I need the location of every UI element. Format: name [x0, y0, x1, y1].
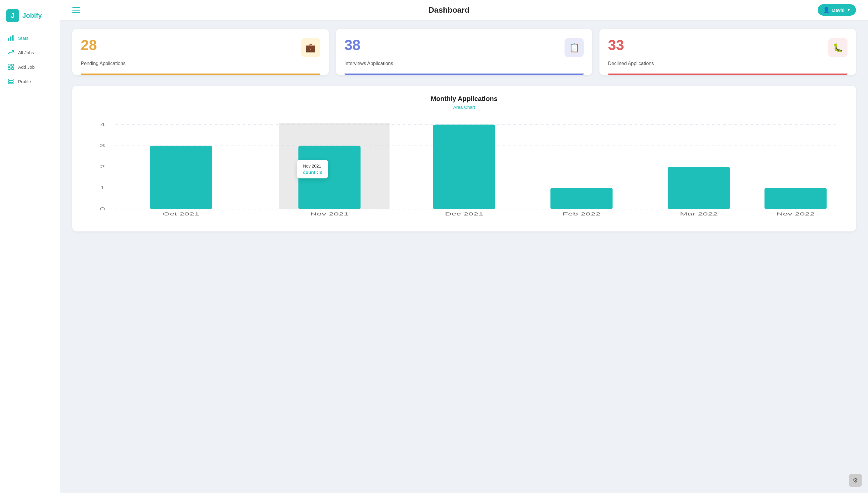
app-logo-icon: J [6, 9, 19, 22]
declined-label: Declined Applications [608, 61, 847, 66]
interviews-bar [345, 73, 584, 75]
interviews-label: Interviews Applications [345, 61, 584, 66]
grid-icon [8, 64, 14, 70]
stat-card-declined-inner: 33 🐛 [608, 38, 847, 57]
sidebar-item-stats-label: Stats [18, 36, 28, 41]
briefcase-icon: 💼 [305, 43, 316, 53]
interviews-icon-wrap: 📋 [564, 38, 584, 57]
sidebar-item-profile-label: Profile [18, 79, 31, 84]
svg-text:Mar 2022: Mar 2022 [680, 212, 718, 216]
svg-rect-8 [8, 81, 13, 82]
user-menu-button[interactable]: 👤 David ▼ [818, 4, 856, 16]
bar-feb-2022[interactable] [550, 188, 612, 209]
svg-rect-1 [10, 37, 12, 41]
svg-text:Nov 2021: Nov 2021 [310, 212, 349, 216]
bar-oct-2021[interactable] [150, 146, 212, 209]
interviews-number: 38 [345, 38, 361, 52]
main-container: Dashboard 👤 David ▼ 28 💼 Pending Applica… [60, 0, 868, 493]
content-area: 28 💼 Pending Applications 38 📋 [60, 20, 868, 493]
bar-dec-2021[interactable] [433, 125, 495, 210]
svg-rect-9 [8, 83, 13, 84]
sidebar: J Jobify Stats All Jobs [0, 0, 60, 493]
stat-cards-grid: 28 💼 Pending Applications 38 📋 [72, 29, 856, 75]
bar-nov-2022[interactable] [765, 188, 827, 209]
svg-text:Oct 2021: Oct 2021 [163, 212, 199, 216]
stat-card-interviews: 38 📋 Interviews Applications [336, 29, 592, 75]
svg-rect-2 [13, 35, 14, 41]
svg-text:Dec 2021: Dec 2021 [445, 212, 483, 216]
pending-icon-wrap: 💼 [301, 38, 320, 57]
header: Dashboard 👤 David ▼ [60, 0, 868, 20]
hamburger-line-2 [72, 9, 80, 10]
declined-icon-wrap: 🐛 [828, 38, 847, 57]
settings-button[interactable]: ⚙ [849, 474, 862, 487]
gear-icon: ⚙ [853, 477, 858, 484]
bar-mar-2022[interactable] [668, 167, 730, 209]
bar-nov-2021[interactable] [298, 146, 361, 209]
hamburger-line-1 [72, 7, 80, 8]
svg-text:Feb 2022: Feb 2022 [563, 212, 601, 216]
sidebar-item-profile[interactable]: Profile [3, 75, 57, 88]
user-name: David [832, 7, 845, 13]
page-title: Dashboard [429, 5, 470, 15]
svg-rect-3 [8, 64, 10, 66]
svg-text:2: 2 [100, 164, 105, 169]
declined-number: 33 [608, 38, 624, 52]
profile-icon [8, 78, 14, 84]
user-circle-icon: 👤 [823, 7, 830, 13]
svg-rect-4 [12, 64, 14, 66]
declined-bar [608, 73, 847, 75]
sidebar-nav: Stats All Jobs Add Job [0, 31, 60, 88]
pending-bar [81, 73, 320, 75]
chart-title: Monthly Applications [84, 95, 844, 103]
sidebar-logo: J Jobify [0, 6, 60, 31]
sidebar-item-alljobs-label: All Jobs [18, 50, 34, 55]
sidebar-item-addjob[interactable]: Add Job [3, 60, 57, 73]
bar-chart-container: 4 3 2 1 0 [84, 117, 844, 219]
svg-text:4: 4 [100, 122, 105, 127]
bar-chart-svg: 4 3 2 1 0 [84, 117, 844, 219]
chevron-down-icon: ▼ [847, 8, 850, 12]
svg-rect-0 [8, 38, 9, 41]
bug-icon: 🐛 [833, 43, 843, 53]
chart-subtitle: Area Chart [84, 105, 844, 110]
sidebar-item-addjob-label: Add Job [18, 64, 35, 70]
svg-text:1: 1 [100, 185, 105, 190]
sidebar-item-alljobs[interactable]: All Jobs [3, 46, 57, 59]
svg-text:Nov 2022: Nov 2022 [776, 212, 815, 216]
svg-rect-7 [8, 79, 13, 80]
stat-card-declined: 33 🐛 Declined Applications [600, 29, 856, 75]
chart-section: Monthly Applications Area Chart 4 3 2 1 [72, 86, 856, 232]
pending-number: 28 [81, 38, 97, 52]
stat-card-pending-inner: 28 💼 [81, 38, 320, 57]
hamburger-menu[interactable] [72, 7, 80, 13]
pending-label: Pending Applications [81, 61, 320, 66]
svg-rect-5 [8, 67, 10, 70]
trending-icon [8, 49, 14, 56]
svg-text:3: 3 [100, 143, 105, 148]
sidebar-item-stats[interactable]: Stats [3, 31, 57, 45]
stat-card-interviews-inner: 38 📋 [345, 38, 584, 57]
svg-text:0: 0 [100, 207, 105, 212]
stat-card-pending: 28 💼 Pending Applications [72, 29, 329, 75]
svg-rect-6 [12, 67, 14, 70]
hamburger-line-3 [72, 12, 80, 13]
bar-chart-icon [8, 35, 14, 41]
calendar-check-icon: 📋 [569, 43, 580, 53]
app-name: Jobify [22, 12, 42, 20]
